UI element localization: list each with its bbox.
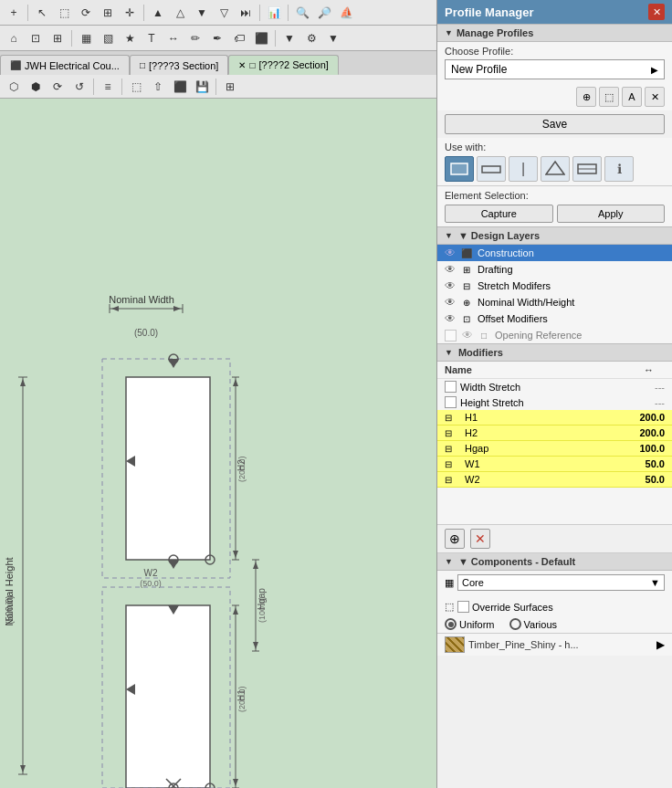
dropdown1-icon[interactable]: ▼ xyxy=(279,28,299,48)
fill-icon[interactable]: ⬛ xyxy=(251,28,271,48)
panel-close-button[interactable]: ✕ xyxy=(648,4,665,20)
param-hgap[interactable]: ⊟ Hgap 100.0 xyxy=(437,441,672,457)
use-with-slab-icon[interactable] xyxy=(477,156,506,182)
transform-icon[interactable]: ⊞ xyxy=(98,3,118,23)
element-selection-buttons: Capture Apply xyxy=(445,205,665,223)
add-modifier-button[interactable]: ⊕ xyxy=(445,529,465,549)
use-with-roof-icon[interactable] xyxy=(541,156,570,182)
param-h2[interactable]: ⊟ H2 200.0 xyxy=(437,426,672,441)
up-dbl-icon[interactable]: △ xyxy=(170,3,190,23)
sub-tool10[interactable]: ⊞ xyxy=(220,77,240,97)
design-layers-header[interactable]: ▼ ▼ Design Layers xyxy=(437,226,672,245)
eye-icon-construction[interactable]: 👁 xyxy=(445,247,456,259)
dropdown2-icon[interactable]: ▼ xyxy=(323,28,343,48)
param-w1[interactable]: ⊟ W1 50.0 xyxy=(437,457,672,472)
use-with-info-icon[interactable]: ℹ xyxy=(604,156,634,182)
tab-section2[interactable]: ✕ □ [????2 Section] xyxy=(228,55,339,75)
override-checkbox-area[interactable]: Override Surfaces xyxy=(457,601,553,613)
layer-construction[interactable]: 👁 ⬛ Construction xyxy=(437,245,672,261)
use-with-label: Use with: xyxy=(445,142,665,152)
sub-tool2[interactable]: ⬢ xyxy=(26,77,46,97)
copy-profile-icon[interactable]: ⊕ xyxy=(576,87,596,107)
layer-offset-modifiers[interactable]: 👁 ⊡ Offset Modifiers xyxy=(437,310,672,327)
radio-uniform-circle[interactable] xyxy=(445,618,457,630)
manage-profiles-header[interactable]: ▼ Manage Profiles xyxy=(437,24,672,42)
use-with-wall-icon[interactable] xyxy=(445,156,474,182)
use-with-beam-icon[interactable] xyxy=(572,156,602,182)
plus-icon[interactable]: + xyxy=(4,3,24,23)
tab-section3[interactable]: □ [????3 Section] xyxy=(130,55,229,75)
apply-button[interactable]: Apply xyxy=(557,205,666,223)
delete-modifier-button[interactable]: ✕ xyxy=(470,529,490,549)
eye-icon-nominal[interactable]: 👁 xyxy=(445,296,456,309)
edit1-icon[interactable]: ✏ xyxy=(185,28,205,48)
modifier-height-stretch[interactable]: Height Stretch --- xyxy=(437,394,672,410)
eye-icon-opening[interactable]: 👁 xyxy=(462,329,473,341)
modifier-checkbox-height[interactable] xyxy=(445,396,457,408)
nav-icon[interactable]: ⛵ xyxy=(336,3,356,23)
home-icon[interactable]: ⌂ xyxy=(4,28,24,48)
down-dbl-icon[interactable]: ▽ xyxy=(214,3,234,23)
skip-end-icon[interactable]: ⏭ xyxy=(236,3,256,23)
components-header[interactable]: ▼ ▼ Components - Default xyxy=(437,552,672,571)
layer-checkbox-opening[interactable] xyxy=(445,330,457,341)
rename-icon[interactable]: A xyxy=(622,87,642,107)
sub-tool5[interactable]: ≡ xyxy=(98,77,118,97)
layer-opening-reference[interactable]: 👁 □ Opening Reference xyxy=(437,327,672,343)
svg-rect-57 xyxy=(482,166,500,173)
core-selector[interactable]: Core ▼ xyxy=(457,574,665,591)
modifiers-header[interactable]: ▼ Modifiers xyxy=(437,343,672,362)
sub-tool3[interactable]: ⟳ xyxy=(47,77,68,97)
rotate-icon[interactable]: ⟳ xyxy=(76,3,96,23)
override-checkbox[interactable] xyxy=(457,601,469,613)
sub-tool4[interactable]: ↺ xyxy=(69,77,89,97)
edit2-icon[interactable]: ✒ xyxy=(207,28,227,48)
save-button[interactable]: Save xyxy=(445,114,665,134)
zoom-icon[interactable]: 🔍 xyxy=(292,3,312,23)
text-icon[interactable]: T xyxy=(142,28,162,48)
layer-drafting[interactable]: 👁 ⊞ Drafting xyxy=(437,261,672,278)
layer-stretch-modifiers[interactable]: 👁 ⊟ Stretch Modifers xyxy=(437,278,672,294)
star-icon[interactable]: ★ xyxy=(120,28,140,48)
layer2-icon[interactable]: ▧ xyxy=(98,28,118,48)
select-icon[interactable]: ⬚ xyxy=(54,3,74,23)
sub-tool7[interactable]: ⇧ xyxy=(148,77,168,97)
pointer-icon[interactable]: ↖ xyxy=(32,3,52,23)
use-with-column-icon[interactable]: | xyxy=(509,156,538,182)
eye-icon-drafting[interactable]: 👁 xyxy=(445,263,456,276)
layer1-icon[interactable]: ▦ xyxy=(76,28,96,48)
radio-various-circle[interactable] xyxy=(509,618,521,630)
tool1-icon[interactable]: ⚙ xyxy=(301,28,321,48)
delete-profile-icon[interactable]: ✕ xyxy=(645,87,665,107)
texture-row[interactable]: Timber_Pine_Shiny - h... ▶ xyxy=(437,633,672,656)
tag-icon[interactable]: 🏷 xyxy=(229,28,249,48)
texture-dropdown-icon[interactable]: ▶ xyxy=(656,638,665,651)
tab-jwh[interactable]: ⬛ JWH Electrical Cou... xyxy=(0,55,130,75)
modifier-width-stretch[interactable]: Width Stretch --- xyxy=(437,379,672,394)
zoom2-icon[interactable]: 🔎 xyxy=(314,3,334,23)
radio-uniform[interactable]: Uniform xyxy=(445,618,495,630)
modifier-checkbox-width[interactable] xyxy=(445,381,457,393)
param-h1[interactable]: ⊟ H1 200.0 xyxy=(437,410,672,426)
dim-icon[interactable]: ↔ xyxy=(163,28,184,48)
grid-icon[interactable]: ⊡ xyxy=(26,28,46,48)
up-arrow-icon[interactable]: ▲ xyxy=(148,3,168,23)
down-arrow-icon[interactable]: ▼ xyxy=(192,3,212,23)
design-layers-section: 👁 ⬛ Construction 👁 ⊞ Drafting 👁 ⊟ Stretc… xyxy=(437,245,672,343)
sub-tool8[interactable]: ⬛ xyxy=(170,77,190,97)
profile-selector[interactable]: New Profile ▶ xyxy=(445,59,665,79)
param-w2[interactable]: ⊟ W2 50.0 xyxy=(437,472,672,488)
snap-icon[interactable]: ⊞ xyxy=(47,28,68,48)
radio-various[interactable]: Various xyxy=(509,618,557,630)
eye-icon-offset[interactable]: 👁 xyxy=(445,312,456,325)
duplicate-icon[interactable]: ⬚ xyxy=(599,87,619,107)
chart-icon[interactable]: 📊 xyxy=(264,3,284,23)
sub-tool6[interactable]: ⬚ xyxy=(126,77,146,97)
close-icon[interactable]: ✕ xyxy=(238,60,246,70)
eye-icon-stretch[interactable]: 👁 xyxy=(445,279,456,292)
sub-tool1[interactable]: ⬡ xyxy=(4,77,24,97)
move-icon[interactable]: ✛ xyxy=(120,3,140,23)
layer-nominal-wh[interactable]: 👁 ⊕ Nominal Width/Height xyxy=(437,294,672,310)
sub-tool9[interactable]: 💾 xyxy=(192,77,212,97)
capture-button[interactable]: Capture xyxy=(445,205,553,223)
